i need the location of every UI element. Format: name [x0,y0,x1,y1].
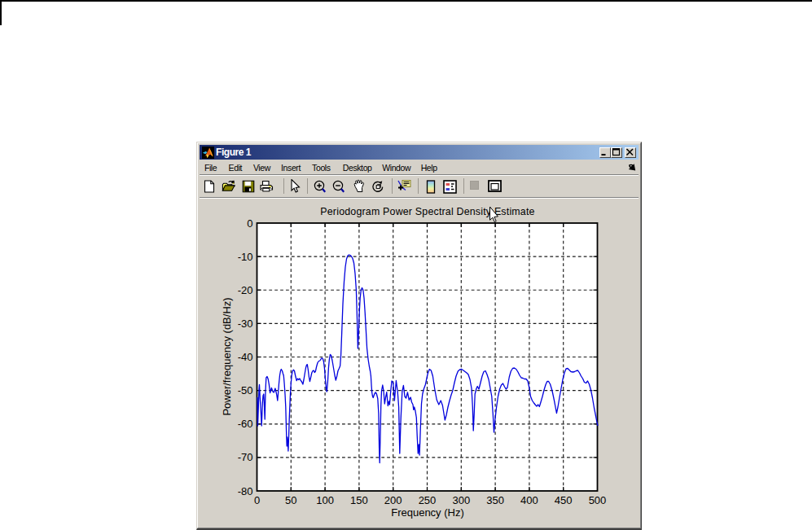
svg-text:250: 250 [419,494,437,506]
svg-text:150: 150 [350,494,368,506]
svg-text:-60: -60 [238,418,253,430]
svg-text:0: 0 [247,217,252,230]
svg-text:350: 350 [486,494,504,506]
svg-text:Power/frequency (dB/Hz): Power/frequency (dB/Hz) [221,297,233,415]
svg-text:-20: -20 [238,284,253,296]
svg-text:300: 300 [452,494,470,506]
svg-text:-50: -50 [238,384,253,396]
svg-text:450: 450 [555,494,573,506]
svg-text:500: 500 [589,494,607,506]
svg-text:-40: -40 [238,351,253,363]
svg-text:-10: -10 [238,251,253,263]
svg-text:-80: -80 [238,485,253,497]
svg-text:100: 100 [316,494,334,506]
svg-text:-70: -70 [238,451,253,463]
svg-text:50: 50 [285,494,296,506]
svg-text:Periodogram Power Spectral Den: Periodogram Power Spectral Density Estim… [320,206,534,217]
svg-text:Frequency (Hz): Frequency (Hz) [391,506,464,519]
svg-text:0: 0 [254,494,260,506]
svg-text:-30: -30 [238,318,253,330]
svg-text:400: 400 [520,494,538,506]
svg-text:200: 200 [384,494,402,506]
